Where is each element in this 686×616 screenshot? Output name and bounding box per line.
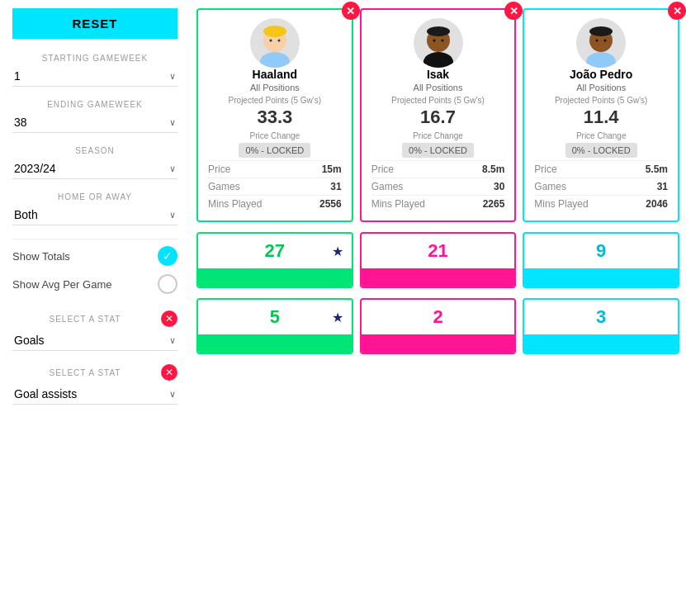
avatar-svg-joao [580,22,622,68]
remove-stat-2-button[interactable]: ✕ [161,364,177,381]
mins-row-joao: Mins Played 2046 [534,195,668,212]
stat2-col-haaland: 5 ★ [196,298,353,354]
chevron-down-icon-3: ∨ [169,163,176,174]
svg-point-14 [604,40,607,42]
avatar-svg-isak [418,22,459,68]
svg-point-5 [423,52,453,68]
chevron-down-icon-6: ∨ [169,389,176,400]
games-value-haaland: 31 [330,181,341,192]
proj-value-haaland: 33.3 [208,107,342,128]
proj-label-haaland: Projected Points (5 Gw's) [208,96,342,105]
remove-stat-1-button[interactable]: ✕ [161,310,177,327]
home-or-away-label: HOME OR AWAY [12,192,177,201]
price-label-isak: Price [371,163,394,175]
stat-1-value: Goals [14,334,45,347]
player-name-joao: João Pedro [534,68,668,81]
season-value: 2023/24 [14,162,56,175]
locked-badge-joao: 0% - LOCKED [565,143,637,158]
stat2-number-row-joao: 3 [524,300,678,334]
close-isak-button[interactable]: ✕ [504,2,523,20]
price-label-haaland: Price [208,163,230,175]
stat2-number-row-haaland: 5 ★ [198,300,352,334]
stat-1-select[interactable]: Goals ∨ [12,330,177,351]
svg-point-4 [277,40,280,42]
close-haaland-button[interactable]: ✕ [342,2,360,20]
stat-row-1: 27 ★ 21 9 [196,232,679,288]
starting-gameweek-select[interactable]: 1 ∨ [12,66,177,87]
proj-value-isak: 16.7 [371,107,505,128]
mins-value-isak: 2265 [483,198,505,210]
games-label-isak: Games [371,181,404,192]
stat1-bar-joao [524,268,678,287]
svg-point-10 [586,52,616,68]
games-value-joao: 31 [657,181,668,192]
player-position-isak: All Positions [371,83,505,92]
avatar-isak [414,18,463,68]
show-totals-toggle[interactable]: ✓ [158,246,177,266]
star-icon-haaland-2: ★ [332,310,343,325]
stat-2-value: Goal assists [14,387,77,400]
svg-point-8 [433,40,435,42]
close-icon: ✕ [165,313,173,325]
games-label-joao: Games [534,181,566,192]
stat-filters: SELECT A STAT ✕ Goals ∨ SELECT A STAT ✕ … [12,310,177,405]
close-icon-joao: ✕ [673,5,682,17]
games-row-haaland: Games 31 [208,178,342,195]
close-joao-button[interactable]: ✕ [668,2,686,20]
stat2-bar-joao [524,334,678,353]
stat1-bar-haaland [198,268,352,287]
mins-label-isak: Mins Played [371,198,425,210]
mins-label-haaland: Mins Played [208,198,262,210]
player-cards-row: ✕ Haaland All Positions Projected Poi [196,8,679,222]
stat1-col-joao: 9 [523,232,679,288]
player-card-isak: ✕ Isak All Positions Projected Points (5… [360,8,517,222]
starting-gameweek-value: 1 [14,69,21,83]
stat1-number-row-joao: 9 [524,234,678,268]
stat1-value-haaland: 27 [265,240,285,262]
home-or-away-select[interactable]: Both ∨ [12,205,177,225]
avatar-haaland [250,18,300,68]
player-position-haaland: All Positions [208,83,342,92]
sidebar: RESET STARTING GAMEWEEK 1 ∨ ENDING GAMEW… [0,0,190,616]
home-or-away-value: Both [14,208,38,221]
avatar-svg-haaland [254,22,296,68]
games-row-joao: Games 31 [534,178,668,195]
stat1-col-isak: 21 [360,232,517,288]
stat-row-2: 5 ★ 2 3 [196,298,679,354]
player-name-haaland: Haaland [208,68,342,81]
close-icon-isak: ✕ [509,5,518,17]
main-content: ✕ Haaland All Positions Projected Poi [190,0,686,616]
proj-label-joao: Projected Points (5 Gw's) [534,96,668,105]
close-icon-2: ✕ [165,367,173,378]
stat1-number-row-haaland: 27 ★ [198,234,352,268]
svg-point-12 [589,26,613,36]
stat-2-label-row: SELECT A STAT ✕ [12,364,177,381]
mins-row-isak: Mins Played 2265 [371,195,505,212]
stat1-number-row-isak: 21 [362,234,515,268]
player-position-joao: All Positions [534,83,668,92]
games-value-isak: 30 [494,181,504,192]
ending-gameweek-label: ENDING GAMEWEEK [12,100,177,109]
season-select[interactable]: 2023/24 ∨ [12,159,177,179]
ending-gameweek-value: 38 [14,116,27,129]
show-avg-row: Show Avg Per Game [12,274,177,294]
stat2-value-joao: 3 [596,306,606,328]
close-icon-haaland: ✕ [346,5,355,17]
starting-gameweek-label: STARTING GAMEWEEK [12,54,177,63]
price-change-label-haaland: Price Change [208,131,342,140]
proj-value-joao: 11.4 [534,107,668,128]
ending-gameweek-select[interactable]: 38 ∨ [12,112,177,133]
price-value-isak: 8.5m [482,163,504,175]
stat1-value-isak: 21 [428,240,447,262]
select-stat-label-2: SELECT A STAT [12,368,158,377]
show-avg-toggle[interactable] [158,274,177,294]
reset-button[interactable]: RESET [12,8,177,39]
select-stat-label-1: SELECT A STAT [12,315,158,324]
avatar-joao [576,18,626,68]
price-change-label-joao: Price Change [534,131,668,140]
player-card-joao-pedro: ✕ João Pedro All Positions Projected Poi… [523,8,679,222]
stat-2-select[interactable]: Goal assists ∨ [12,384,177,405]
stat1-col-haaland: 27 ★ [196,232,353,288]
stat1-value-joao: 9 [596,240,606,262]
show-totals-label: Show Totals [12,250,70,263]
